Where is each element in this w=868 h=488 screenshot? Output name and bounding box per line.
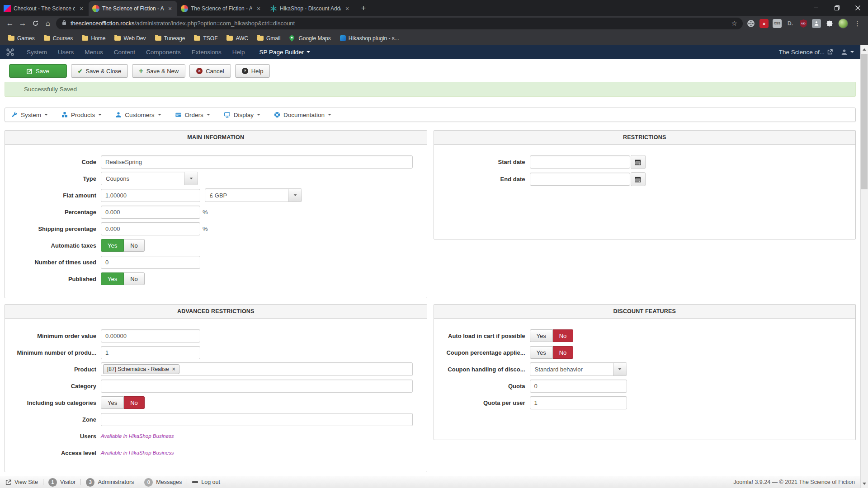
hikashop-menu-system[interactable]: System xyxy=(11,112,48,118)
yes-button[interactable]: Yes xyxy=(101,272,124,285)
tab-close-icon[interactable]: × xyxy=(344,5,351,12)
bookmark-games[interactable]: Games xyxy=(5,34,38,43)
min-products-input[interactable] xyxy=(101,346,200,359)
hikashop-menu-display[interactable]: Display xyxy=(224,112,260,118)
bookmark-tsof[interactable]: TSOF xyxy=(190,34,221,43)
browser-tab-admin-active[interactable]: The Science of Fiction - Administ × xyxy=(89,1,177,16)
css-extension-icon[interactable]: CSS xyxy=(773,19,782,28)
yes-button[interactable]: Yes xyxy=(101,396,124,409)
bookmark-courses[interactable]: Courses xyxy=(40,34,77,43)
help-button[interactable]: ? Help xyxy=(235,64,270,78)
address-bar[interactable]: thescienceoffiction.rocks /administrator… xyxy=(56,18,743,29)
forward-icon[interactable]: → xyxy=(16,17,29,30)
bookmark-gmail[interactable]: Gmail xyxy=(254,34,284,43)
tab-close-icon[interactable]: × xyxy=(166,5,174,12)
user-menu[interactable] xyxy=(841,49,854,56)
bookmark-hikashop-plugin[interactable]: Hikashop plugin - s... xyxy=(336,34,403,43)
customer-icon xyxy=(115,112,122,118)
remove-chip-icon[interactable]: × xyxy=(172,366,175,372)
nav-menus[interactable]: Menus xyxy=(79,49,108,56)
yes-button[interactable]: Yes xyxy=(530,346,553,359)
administrators-counter[interactable]: 3 Administrators xyxy=(86,478,134,487)
messages-counter[interactable]: 0 Messages xyxy=(144,478,182,487)
film-reel-extension-icon[interactable] xyxy=(746,19,755,28)
back-icon[interactable]: ← xyxy=(4,17,16,30)
currency-select[interactable]: £ GBP xyxy=(205,188,302,202)
hikashop-menu-orders[interactable]: Orders xyxy=(175,112,210,118)
hikashop-menu-documentation[interactable]: Documentation xyxy=(274,112,331,118)
fast-forward-extension-icon[interactable]: » xyxy=(760,19,769,28)
cancel-button[interactable]: × Cancel xyxy=(189,64,231,78)
tab-close-icon[interactable]: × xyxy=(255,5,262,12)
no-button[interactable]: No xyxy=(124,272,145,285)
save-new-button[interactable]: + Save & New xyxy=(132,64,185,78)
hikashop-menu-products[interactable]: Products xyxy=(61,112,102,118)
nav-help[interactable]: Help xyxy=(227,49,250,56)
no-button[interactable]: No xyxy=(553,329,574,342)
type-select[interactable]: Coupons xyxy=(101,172,198,185)
save-close-button[interactable]: ✔ Save & Close xyxy=(71,64,128,78)
start-date-calendar-button[interactable] xyxy=(631,155,646,169)
tab-close-icon[interactable]: × xyxy=(78,5,85,12)
puzzle-extensions-icon[interactable] xyxy=(825,19,834,28)
bookmark-star-icon[interactable]: ☆ xyxy=(731,19,737,28)
scrollbar-thumb[interactable] xyxy=(861,54,868,189)
visitor-counter[interactable]: 1 Visitor xyxy=(48,478,76,487)
bookmark-google-maps[interactable]: Google Maps xyxy=(286,34,334,43)
start-date-input[interactable] xyxy=(530,155,630,169)
nav-extensions[interactable]: Extensions xyxy=(186,49,227,56)
bookmark-home[interactable]: Home xyxy=(78,34,109,43)
browser-menu-icon[interactable]: ⋮ xyxy=(852,19,863,28)
nav-content[interactable]: Content xyxy=(108,49,141,56)
min-order-value-input[interactable] xyxy=(101,329,200,343)
end-date-input[interactable] xyxy=(530,173,630,186)
category-input[interactable] xyxy=(101,380,413,393)
minimize-button[interactable] xyxy=(806,0,826,16)
end-date-calendar-button[interactable] xyxy=(631,172,646,186)
hikashop-menu-customers[interactable]: Customers xyxy=(115,112,161,118)
product-chip[interactable]: [87] Schematica - Realise × xyxy=(103,364,179,374)
flat-amount-input[interactable] xyxy=(101,189,200,202)
profile-avatar[interactable] xyxy=(838,19,848,28)
person-extension-icon[interactable] xyxy=(812,19,821,28)
zone-input[interactable] xyxy=(101,413,413,426)
page-scrollbar[interactable] xyxy=(860,45,868,488)
nav-sp-page-builder[interactable]: SP Page Builder xyxy=(254,49,316,56)
product-input[interactable]: [87] Schematica - Realise × xyxy=(101,362,413,376)
bookmark-web-dev[interactable]: Web Dev xyxy=(111,34,149,43)
scroll-up-icon[interactable] xyxy=(861,46,868,53)
bookmark-awc[interactable]: AWC xyxy=(223,34,252,43)
d-extension-icon[interactable]: D. xyxy=(786,19,795,28)
quota-input[interactable] xyxy=(530,380,627,393)
url-path: /administrator/index.php?option=com_hika… xyxy=(134,20,295,27)
no-button[interactable]: No xyxy=(124,239,145,252)
new-tab-button[interactable]: + xyxy=(357,2,370,14)
times-used-input[interactable] xyxy=(101,256,200,269)
bookmark-tuneage[interactable]: Tuneage xyxy=(151,34,189,43)
yes-button[interactable]: Yes xyxy=(530,329,553,342)
close-window-button[interactable] xyxy=(847,0,868,16)
view-site-link[interactable]: The Science of... xyxy=(779,49,833,56)
percentage-input[interactable] xyxy=(101,206,200,219)
home-icon[interactable]: ⌂ xyxy=(42,17,54,30)
quota-per-user-input[interactable] xyxy=(530,396,627,409)
browser-tab-admin-2[interactable]: The Science of Fiction - Administ × xyxy=(177,1,266,16)
code-input[interactable] xyxy=(101,155,413,169)
shipping-percentage-input[interactable] xyxy=(101,222,200,235)
nav-components[interactable]: Components xyxy=(141,49,186,56)
coupon-handling-select[interactable]: Standard behavior xyxy=(530,362,627,376)
save-button[interactable]: Save xyxy=(9,64,67,78)
nav-users[interactable]: Users xyxy=(52,49,79,56)
nav-system[interactable]: System xyxy=(21,49,52,56)
logout-button[interactable]: Log out xyxy=(192,479,220,485)
scroll-down-icon[interactable] xyxy=(861,480,868,488)
reload-icon[interactable] xyxy=(29,17,42,30)
shield-extension-icon[interactable]: UD xyxy=(799,19,808,28)
no-button[interactable]: No xyxy=(124,396,145,409)
browser-tab-hikashop[interactable]: HikaShop - Discount Add/Edit × xyxy=(266,1,354,16)
restore-button[interactable] xyxy=(826,0,847,16)
view-site-button[interactable]: View Site xyxy=(5,479,38,485)
yes-button[interactable]: Yes xyxy=(101,239,124,252)
browser-tab-checkout[interactable]: Checkout - The Science of Fiction × xyxy=(0,1,89,16)
no-button[interactable]: No xyxy=(553,346,574,359)
